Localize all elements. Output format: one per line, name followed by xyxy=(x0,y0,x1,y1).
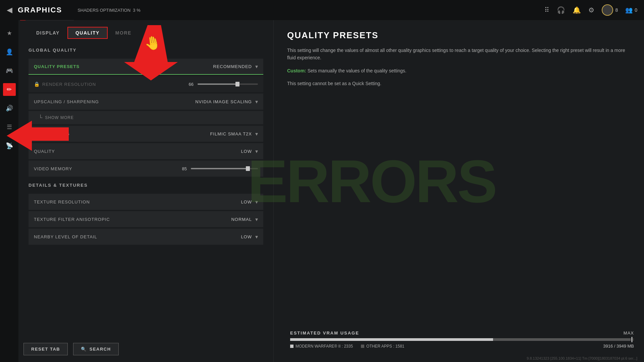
render-resolution-value: 66 xyxy=(183,82,194,87)
anti-aliasing-row[interactable]: ANTI-ALIASING FILMIC SMAA T2X ▾ xyxy=(29,126,263,142)
vram-legend-other: OTHER APPS : 1581 xyxy=(361,344,404,349)
tabs-container: DISPLAY QUALITY MORE xyxy=(29,27,263,39)
video-memory-slider: 85 xyxy=(164,166,258,171)
main-content: DISPLAY QUALITY MORE GLOBAL QUALITY QUAL… xyxy=(18,20,644,362)
desc-quick-setting: This setting cannot be set as a Quick Se… xyxy=(287,80,631,87)
topbar: ◀ GRAPHICS SHADERS OPTIMIZATION 3 % ⠿ 🎧 … xyxy=(0,0,644,20)
headset-icon[interactable]: 🎧 xyxy=(557,6,565,14)
friends-icon: 👥 xyxy=(625,6,633,14)
render-resolution-row: 🔒 RENDER RESOLUTION 66 xyxy=(29,76,263,92)
bottom-buttons: RESET TAB 🔍 SEARCH xyxy=(23,343,119,355)
render-resolution-label: RENDER RESOLUTION xyxy=(42,82,164,87)
quality-dropdown-icon[interactable]: ▾ xyxy=(255,148,258,155)
texture-filter-value: NORMAL xyxy=(231,217,252,222)
upscaling-dropdown-icon[interactable]: ▾ xyxy=(255,99,258,105)
description-panel: QUALITY PRESETS This setting will change… xyxy=(273,20,644,362)
nearby-lod-label: NEARBY LEVEL OF DETAIL xyxy=(34,234,164,239)
texture-resolution-dropdown-icon[interactable]: ▾ xyxy=(255,199,258,205)
texture-filter-value-container: NORMAL ▾ xyxy=(164,216,258,223)
vram-bar-track xyxy=(290,338,634,341)
topbar-left: ◀ GRAPHICS SHADERS OPTIMIZATION 3 % xyxy=(7,6,141,14)
nearby-lod-dropdown-icon[interactable]: ▾ xyxy=(255,234,258,240)
vram-legend: MODERN WARFARE® II : 2335 OTHER APPS : 1… xyxy=(290,344,634,349)
show-more-row[interactable]: └ SHOW MORE xyxy=(29,111,263,124)
video-memory-fill xyxy=(191,168,248,169)
avatar[interactable] xyxy=(602,4,613,16)
quality-presets-row[interactable]: QUALITY PRESETS RECOMMENDED ▾ xyxy=(29,59,263,75)
texture-resolution-value-container: LOW ▾ xyxy=(164,199,258,205)
sidebar: ★ 👤 🎮 ✏ 🔊 ☰ 📡 xyxy=(0,20,18,362)
back-button[interactable]: ◀ xyxy=(7,6,12,14)
texture-resolution-row[interactable]: TEXTURE RESOLUTION LOW ▾ xyxy=(29,194,263,210)
anti-aliasing-label: ANTI-ALIASING xyxy=(34,131,164,136)
vram-other-dot xyxy=(361,345,364,348)
player-count: 8 xyxy=(615,7,618,13)
anti-aliasing-value-container: FILMIC SMAA T2X ▾ xyxy=(164,131,258,137)
desc-custom: Custom: Sets manually the values of the … xyxy=(287,67,631,74)
search-label: SEARCH xyxy=(90,347,111,352)
texture-resolution-label: TEXTURE RESOLUTION xyxy=(34,199,164,204)
desc-custom-text: Sets manually the values of the quality … xyxy=(306,68,407,73)
vram-bar-mw xyxy=(290,338,493,341)
vram-mw-dot xyxy=(290,345,293,348)
vram-header: ESTIMATED VRAM USAGE MAX xyxy=(290,330,634,336)
vram-total: 3916 / 3949 MB xyxy=(603,344,634,349)
tab-display[interactable]: DISPLAY xyxy=(29,27,67,39)
video-memory-track[interactable] xyxy=(191,168,258,169)
quality-presets-dropdown-icon[interactable]: ▾ xyxy=(255,63,258,70)
global-quality-header: GLOBAL QUALITY xyxy=(29,46,263,55)
upscaling-label: UPSCALING / SHARPENING xyxy=(34,99,164,104)
vram-legend-mw: MODERN WARFARE® II : 2335 xyxy=(290,344,353,349)
vram-title: ESTIMATED VRAM USAGE xyxy=(290,330,359,336)
upscaling-value-container: NVIDIA IMAGE SCALING ▾ xyxy=(164,99,258,105)
vram-bar-other xyxy=(493,338,631,341)
bell-icon[interactable]: 🔔 xyxy=(573,6,581,14)
sidebar-item-controller[interactable]: 🎮 xyxy=(3,64,16,77)
sidebar-item-graphics[interactable]: ✏ xyxy=(3,83,16,96)
topbar-right: ⠿ 🎧 🔔 ⚙ 8 👥 0 xyxy=(544,4,637,16)
lock-icon: 🔒 xyxy=(34,81,40,87)
vram-bar-marker xyxy=(632,337,632,342)
details-textures-header: DETAILS & TEXTURES xyxy=(29,181,263,190)
sidebar-item-profile[interactable]: 👤 xyxy=(3,46,16,58)
desc-body: This setting will change the values of a… xyxy=(287,47,631,62)
render-resolution-fill xyxy=(198,83,237,85)
friend-count: 0 xyxy=(635,7,637,13)
desc-title: QUALITY PRESETS xyxy=(287,30,631,41)
quality-value-container: LOW ▾ xyxy=(164,148,258,155)
show-more-label[interactable]: SHOW MORE xyxy=(45,115,74,120)
quality-value: LOW xyxy=(241,149,252,154)
sidebar-item-audio[interactable]: 🔊 xyxy=(3,102,16,115)
page-title: GRAPHICS xyxy=(18,6,62,14)
nearby-lod-value: LOW xyxy=(241,234,252,239)
video-memory-thumb xyxy=(246,166,250,171)
texture-filter-label: TEXTURE FILTER ANISOTROPIC xyxy=(34,217,164,222)
search-icon: 🔍 xyxy=(81,347,87,352)
gear-icon[interactable]: ⚙ xyxy=(588,6,594,14)
anti-aliasing-value: FILMIC SMAA T2X xyxy=(210,131,252,136)
anti-aliasing-dropdown-icon[interactable]: ▾ xyxy=(255,131,258,137)
quality-row[interactable]: QUALITY LOW ▾ xyxy=(29,143,263,159)
vram-mw-label: MODERN WARFARE® II : 2335 xyxy=(296,344,353,349)
reset-tab-button[interactable]: RESET TAB xyxy=(23,343,68,355)
render-resolution-track[interactable] xyxy=(198,83,258,85)
sidebar-item-ui[interactable]: ☰ xyxy=(3,121,16,133)
vram-max: MAX xyxy=(624,330,634,336)
grid-icon[interactable]: ⠿ xyxy=(544,6,549,14)
search-button[interactable]: 🔍 SEARCH xyxy=(73,343,118,355)
tab-more[interactable]: MORE xyxy=(108,27,139,39)
texture-resolution-value: LOW xyxy=(241,199,252,204)
texture-filter-dropdown-icon[interactable]: ▾ xyxy=(255,216,258,223)
texture-filter-row[interactable]: TEXTURE FILTER ANISOTROPIC NORMAL ▾ xyxy=(29,211,263,227)
nearby-lod-row[interactable]: NEARBY LEVEL OF DETAIL LOW ▾ xyxy=(29,229,263,245)
upscaling-row[interactable]: UPSCALING / SHARPENING NVIDIA IMAGE SCAL… xyxy=(29,94,263,110)
tab-quality[interactable]: QUALITY xyxy=(67,27,108,39)
quality-label: QUALITY xyxy=(34,149,164,154)
video-memory-row: VIDEO MEMORY 85 xyxy=(29,161,263,177)
quality-presets-label: QUALITY PRESETS xyxy=(34,64,164,69)
sidebar-item-favorites[interactable]: ★ xyxy=(3,27,16,40)
quality-presets-value: RECOMMENDED xyxy=(213,64,252,69)
sidebar-item-network[interactable]: 📡 xyxy=(3,139,16,152)
show-more-prefix: └ xyxy=(39,115,42,121)
vram-section: ESTIMATED VRAM USAGE MAX MODERN WARFARE®… xyxy=(290,330,634,349)
